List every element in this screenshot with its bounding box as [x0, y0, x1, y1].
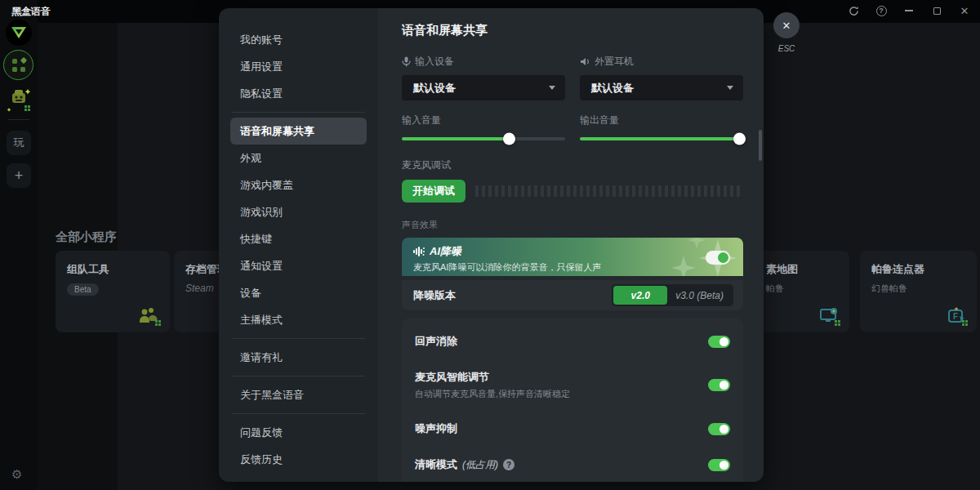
nav-item-feedback[interactable]: 问题反馈 — [230, 419, 367, 446]
meter-bar — [730, 185, 733, 197]
miniapp-card-clicker[interactable]: 帕鲁连点器 幻兽帕鲁 F — [860, 251, 977, 332]
noise-version-segmented-control: v2.0 v3.0 (Beta) — [612, 284, 733, 306]
smart-mic-desc: 自动调节麦克风音量,保持声音清晰稳定 — [415, 388, 570, 400]
chevron-down-icon — [727, 86, 733, 90]
clear-mode-text: 清晰模式 — [415, 457, 457, 472]
meter-bar — [697, 185, 701, 197]
apps-grid-icon — [12, 59, 25, 72]
nav-item-about[interactable]: 关于黑盒语音 — [230, 381, 367, 408]
meter-bar — [599, 185, 603, 197]
clear-mode-suffix: (低占用) — [462, 458, 498, 472]
version-option-v3[interactable]: v3.0 (Beta) — [667, 286, 732, 305]
meter-bar — [554, 185, 557, 197]
nav-item-general[interactable]: 通用设置 — [230, 53, 367, 80]
modal-close: ✕ ESC — [773, 12, 800, 53]
meter-bar — [482, 185, 485, 197]
noise-version-label: 降噪版本 — [413, 288, 456, 303]
speaker-icon — [580, 57, 590, 66]
maximize-icon[interactable] — [929, 3, 944, 18]
ai-banner-title: AI降噪 — [430, 244, 461, 259]
nav-item-feedback-history[interactable]: 反馈历史 — [230, 446, 367, 473]
left-rail: 玩 + ⚙ — [0, 0, 38, 490]
start-mic-test-button[interactable]: 开始调试 — [402, 180, 466, 203]
scrollbar-thumb[interactable] — [759, 130, 762, 161]
echo-cancel-label: 回声消除 — [415, 334, 457, 349]
meter-bar — [671, 185, 675, 197]
meter-bar — [475, 185, 479, 197]
window-controls: ? ✕ — [846, 3, 972, 18]
input-device-select[interactable]: 默认设备 — [402, 75, 565, 100]
miniapp-card-team[interactable]: 组队工具 Beta — [56, 251, 170, 332]
nav-item-notifications[interactable]: 通知设置 — [230, 252, 367, 279]
meter-bar — [567, 185, 570, 197]
close-icon[interactable]: ✕ — [773, 12, 800, 38]
output-volume-slider[interactable] — [580, 137, 743, 140]
input-device-label-row: 输入设备 — [402, 55, 565, 69]
meter-bar — [710, 185, 714, 197]
settings-content: 语音和屏幕共享 输入设备 默认设备 — [378, 8, 764, 482]
meter-bar — [684, 185, 688, 197]
clear-mode-toggle[interactable] — [708, 459, 730, 471]
clicker-icon: F — [947, 306, 969, 326]
nav-item-streamer-mode[interactable]: 主播模式 — [230, 306, 367, 333]
nav-item-invite[interactable]: 邀请有礼 — [230, 344, 367, 371]
nav-item-my-account[interactable]: 我的账号 — [230, 26, 367, 53]
card-title: 帕鲁连点器 — [871, 262, 977, 277]
echo-cancel-toggle[interactable] — [708, 336, 730, 348]
noise-suppression-label: 噪声抑制 — [415, 421, 457, 436]
ai-noise-reduction-toggle[interactable] — [706, 251, 730, 265]
ai-soundwave-icon — [413, 247, 425, 256]
meter-bar — [514, 185, 518, 197]
meter-bar — [508, 185, 511, 197]
card-title: 素地图 — [766, 262, 849, 277]
mic-level-meter — [475, 185, 743, 197]
noise-suppression-row: 噪声抑制 — [415, 411, 730, 447]
nav-item-devices[interactable]: 设备 — [230, 279, 367, 306]
help-circle-icon[interactable]: ? — [503, 459, 514, 470]
slider-thumb[interactable] — [503, 133, 515, 145]
settings-nav: 我的账号 通用设置 隐私设置 语音和屏幕共享 外观 游戏内覆盖 游戏识别 快捷键… — [219, 8, 378, 482]
play-button[interactable]: 玩 — [7, 131, 31, 155]
meter-bar — [612, 185, 616, 197]
nav-divider — [232, 413, 365, 414]
slider-thumb[interactable] — [733, 133, 746, 145]
nav-divider — [232, 376, 365, 376]
version-option-v2[interactable]: v2.0 — [613, 286, 667, 305]
nav-item-privacy[interactable]: 隐私设置 — [230, 80, 367, 107]
nav-item-hotkeys[interactable]: 快捷键 — [230, 225, 367, 252]
nav-item-game-detection[interactable]: 游戏识别 — [230, 198, 367, 225]
nav-item-voice-screen-share[interactable]: 语音和屏幕共享 — [230, 118, 367, 145]
meter-bar — [704, 185, 707, 197]
output-volume-label: 输出音量 — [580, 114, 743, 127]
app-launcher-button[interactable] — [3, 50, 33, 80]
meter-bar — [488, 185, 492, 197]
output-device-select[interactable]: 默认设备 — [580, 75, 743, 100]
nav-divider — [232, 338, 365, 339]
close-window-icon[interactable]: ✕ — [957, 3, 972, 18]
noise-suppression-toggle[interactable] — [708, 423, 730, 435]
meter-bar — [645, 185, 648, 197]
voice-effect-toggles-card: 回声消除 麦克风智能调节 自动调节麦克风音量,保持声音清晰稳定 噪声抑制 清晰模… — [402, 318, 743, 482]
add-button[interactable]: + — [7, 163, 31, 188]
meter-bar — [658, 185, 662, 197]
nav-item-ingame-overlay[interactable]: 游戏内覆盖 — [230, 172, 367, 198]
clear-mode-row: 清晰模式(低占用) ? — [415, 447, 730, 482]
microphone-icon — [402, 56, 411, 67]
smart-mic-label: 麦克风智能调节 — [415, 370, 570, 385]
app-logo-icon[interactable] — [6, 20, 32, 46]
nav-item-appearance[interactable]: 外观 — [230, 145, 367, 172]
input-device-label: 输入设备 — [415, 55, 454, 69]
app-title: 黑盒语音 — [11, 5, 51, 19]
help-icon[interactable]: ? — [874, 3, 889, 18]
sound-effects-section-label: 声音效果 — [402, 219, 743, 231]
input-volume-slider[interactable] — [402, 137, 565, 140]
smart-mic-toggle[interactable] — [708, 379, 730, 391]
settings-gear-icon[interactable]: ⚙ — [11, 467, 22, 482]
refresh-icon[interactable] — [846, 3, 861, 18]
output-device-value: 默认设备 — [591, 81, 634, 96]
meter-bar — [547, 185, 550, 197]
team-icon — [137, 306, 162, 326]
output-device-label: 外置耳机 — [595, 55, 634, 69]
game-tools-icon[interactable] — [7, 87, 31, 113]
minimize-icon[interactable] — [902, 3, 916, 18]
